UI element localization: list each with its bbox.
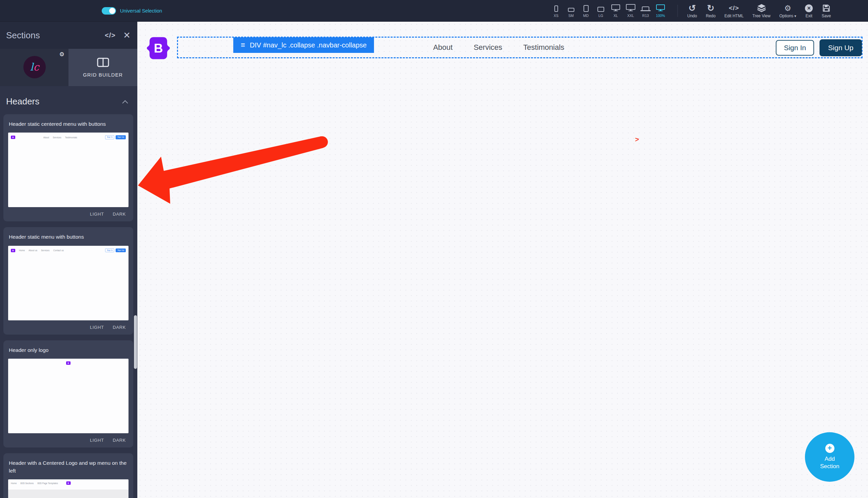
drag-handle-icon[interactable]: ≡ [241, 41, 245, 49]
plus-icon: + [825, 444, 834, 453]
panel-tabs: ⚙ lc GRID BUILDER [0, 49, 137, 86]
section-card-preview[interactable]: B About Services Testimonials Sign In Si… [8, 133, 129, 207]
mini-signin-button: Sign In [105, 249, 114, 252]
breakpoint-md[interactable]: MD [578, 0, 593, 22]
nav-link-about[interactable]: About [433, 43, 453, 52]
panel-title: Sections [6, 30, 40, 41]
caret-down-icon: ▾ [794, 14, 797, 18]
exit-icon: ✕ [805, 4, 813, 12]
nav-link-services[interactable]: Services [474, 43, 502, 52]
floppy-save-icon [822, 3, 830, 13]
breakpoint-switcher: XS SM MD LG XL XXL [549, 0, 668, 22]
add-section-button[interactable]: + Add Section [805, 432, 854, 482]
headers-group-header[interactable]: Headers [0, 86, 137, 114]
breakpoint-xl[interactable]: XL [608, 0, 623, 22]
stray-cursor-glyph: > [635, 135, 639, 143]
section-card-preview[interactable]: B Home About us Services Contact us Sign… [8, 246, 129, 320]
tab-theme-sections[interactable]: ⚙ lc [0, 49, 68, 86]
toggle-knob [109, 8, 115, 14]
section-card-header-only-logo[interactable]: Header only logo B LIGHT DARK [3, 340, 133, 447]
redo-button[interactable]: ↻ Redo [701, 0, 720, 22]
sections-panel-header: Sections </> ✕ [0, 22, 137, 49]
section-card-title: Header with a Centered Logo and wp menu … [9, 459, 128, 475]
exit-button[interactable]: ✕ Exit [801, 0, 817, 22]
tablet-landscape-icon [597, 4, 604, 12]
redo-icon: ↻ [707, 3, 714, 13]
sections-panel: Sections </> ✕ ⚙ lc GRID BUILDER [0, 22, 137, 498]
code-icon: </> [729, 3, 739, 13]
monitor-icon [611, 4, 620, 12]
tab-grid-builder[interactable]: GRID BUILDER [68, 49, 137, 86]
mini-signin-button: Sign In [105, 135, 114, 139]
variant-dark[interactable]: DARK [113, 438, 126, 443]
lc-logo: lc [23, 56, 46, 78]
topbar-actions: ↺ Undo ↻ Redo </> Edit HTML Tre [683, 0, 836, 22]
sign-in-button[interactable]: Sign In [776, 40, 814, 56]
universal-selection-label: Universal Selection [120, 0, 162, 22]
mini-brand-logo: B [66, 362, 70, 365]
variant-dark[interactable]: DARK [113, 325, 126, 330]
section-card-header-static-centered[interactable]: Header static centered menu with buttons… [3, 114, 133, 221]
breakpoint-100[interactable]: 100% [653, 0, 668, 22]
selected-element-label[interactable]: ≡ DIV #nav_lc .collapse .navbar-collapse [233, 37, 374, 53]
mini-signup-button: Sign Up [116, 249, 126, 252]
gear-icon: ⚙ [784, 3, 791, 13]
mini-brand-logo: B [66, 481, 70, 485]
phone-portrait-icon [554, 4, 558, 12]
undo-icon: ↺ [688, 3, 696, 13]
undo-button[interactable]: ↺ Undo [683, 0, 701, 22]
laptop-icon [642, 4, 649, 12]
section-card-preview[interactable]: Home BS5 Sections BS5 Page Templates B [8, 479, 129, 498]
editor-canvas[interactable]: B ≡ DIV #nav_lc .collapse .navbar-collap… [137, 22, 868, 498]
edit-html-button[interactable]: </> Edit HTML [720, 0, 748, 22]
phone-landscape-icon [568, 4, 574, 12]
layers-icon [757, 3, 766, 13]
grid-builder-label: GRID BUILDER [83, 72, 123, 78]
breakpoint-sm[interactable]: SM [564, 0, 578, 22]
grid-builder-icon [97, 57, 109, 68]
mini-brand-logo: B [11, 249, 15, 252]
universal-selection-toggle[interactable] [102, 7, 116, 15]
page-builder-app: Universal Selection XS SM MD LG XL [0, 0, 868, 498]
options-button[interactable]: ⚙ Options▾ [775, 0, 801, 22]
annotation-arrow [137, 22, 868, 498]
breakpoint-lg[interactable]: LG [593, 0, 608, 22]
save-button[interactable]: Save [817, 0, 835, 22]
breakpoint-xxl[interactable]: XXL [623, 0, 638, 22]
section-card-header-static-menu[interactable]: Header static menu with buttons B Home A… [3, 227, 133, 334]
breakpoint-xs[interactable]: XS [549, 0, 564, 22]
variant-dark[interactable]: DARK [113, 211, 126, 217]
topbar: Universal Selection XS SM MD LG XL [0, 0, 868, 22]
variant-light[interactable]: LIGHT [90, 438, 104, 443]
chevron-up-icon[interactable] [122, 100, 128, 106]
mini-brand-logo: B [11, 135, 15, 139]
mini-signup-button: Sign Up [116, 135, 126, 139]
section-card-title: Header only logo [9, 346, 128, 354]
settings-gear-icon[interactable]: ⚙ [59, 51, 64, 58]
section-card-title: Header static centered menu with buttons [9, 120, 128, 128]
tree-view-button[interactable]: Tree View [748, 0, 775, 22]
sign-up-button[interactable]: Sign Up [819, 39, 862, 56]
variant-light[interactable]: LIGHT [90, 211, 104, 217]
section-card-title: Header static menu with buttons [9, 233, 128, 241]
section-card-header-centered-logo-wp-menu[interactable]: Header with a Centered Logo and wp menu … [3, 453, 133, 498]
svg-text:B: B [154, 41, 163, 55]
bootstrap-brand-logo[interactable]: B [146, 36, 171, 61]
preview-nav-menu: About Services Testimonials [433, 37, 564, 58]
preview-header-buttons: Sign In Sign Up [776, 39, 862, 56]
mini-hero-area [8, 489, 129, 498]
monitor-active-icon [656, 4, 665, 12]
panel-close-icon[interactable]: ✕ [123, 22, 131, 49]
tablet-portrait-icon [583, 4, 589, 12]
monitor-large-icon [626, 4, 635, 12]
headers-group-title: Headers [6, 96, 39, 106]
panel-code-icon[interactable]: </> [105, 22, 116, 49]
topbar-separator [678, 5, 678, 17]
section-card-preview[interactable]: B [8, 359, 129, 433]
breakpoint-r13[interactable]: R13 [638, 0, 653, 22]
variant-light[interactable]: LIGHT [90, 325, 104, 330]
sidebar-scrollbar-thumb[interactable] [134, 315, 137, 369]
nav-link-testimonials[interactable]: Testimonials [523, 43, 564, 52]
